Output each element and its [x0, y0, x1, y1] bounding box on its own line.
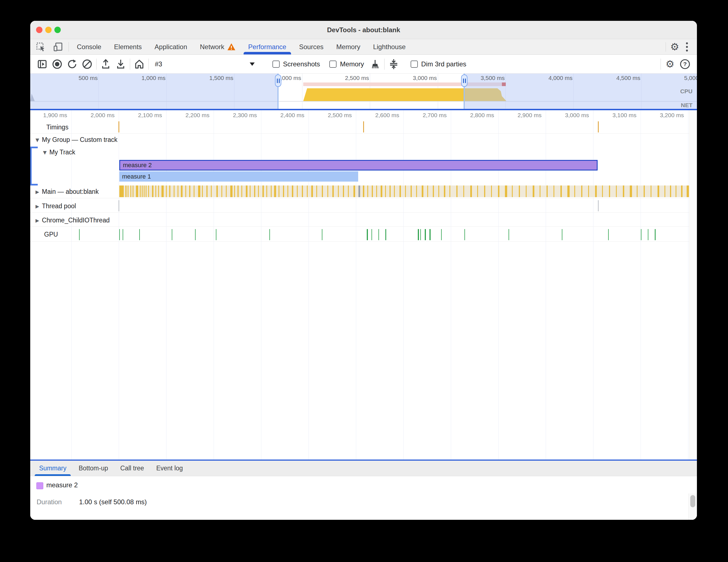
main-flame-bar	[381, 185, 382, 197]
track-timings[interactable]: Timings	[46, 123, 69, 131]
main-flame-bar	[174, 185, 175, 197]
track-main-header[interactable]: ▶ Main — about:blank	[36, 188, 99, 195]
ruler-grid-line	[119, 110, 119, 460]
load-profile-icon[interactable]	[100, 58, 112, 70]
save-profile-icon[interactable]	[115, 58, 127, 70]
checkbox-box	[329, 60, 337, 68]
gpu-activity-tick	[648, 229, 648, 240]
bottom-tab-summary[interactable]: Summary	[33, 461, 72, 476]
track-group-header[interactable]: ▼ My Group — Custom track	[36, 136, 117, 143]
gpu-activity-tick	[269, 229, 270, 240]
track-io-thread-header[interactable]: ▶ Chrome_ChildIOThread	[36, 216, 110, 224]
timing-marker-tick	[363, 121, 364, 132]
timeline-detail[interactable]: 1,900 ms2,000 ms2,100 ms2,200 ms2,300 ms…	[30, 110, 697, 460]
screenshots-checkbox[interactable]: Screenshots	[272, 60, 320, 68]
inspect-element-icon[interactable]	[35, 41, 47, 53]
tab-label: Memory	[336, 43, 360, 51]
dim-3rd-parties-checkbox[interactable]: Dim 3rd parties	[411, 60, 466, 68]
main-flame-bar	[456, 185, 457, 197]
ruler-grid-line	[71, 110, 72, 460]
capture-settings-gear-icon[interactable]: ⚙	[664, 58, 676, 70]
main-flame-bar	[623, 185, 624, 197]
main-flame-bar	[246, 185, 247, 197]
home-icon[interactable]	[133, 58, 145, 70]
bottom-tab-call-tree[interactable]: Call tree	[114, 461, 150, 476]
main-flame-bar	[125, 185, 127, 197]
device-toolbar-icon[interactable]	[52, 41, 64, 53]
main-flame-bar	[588, 185, 589, 197]
reload-and-record-icon[interactable]	[66, 58, 78, 70]
main-flame-bar	[221, 185, 222, 197]
toggle-sidebar-icon[interactable]	[36, 58, 48, 70]
main-flame-bar	[216, 185, 218, 197]
main-flame-bar	[405, 185, 406, 197]
main-flame-bar	[189, 185, 190, 197]
titlebar: DevTools - about:blank	[30, 21, 697, 39]
bottom-tab-bottom-up[interactable]: Bottom-up	[72, 461, 114, 476]
main-flame-bar	[140, 185, 141, 197]
measure-2-bar[interactable]: measure 2	[119, 160, 598, 170]
main-flame-bar	[327, 185, 328, 197]
main-flame-bar	[444, 185, 445, 197]
settings-gear-icon[interactable]: ⚙	[669, 41, 681, 53]
history-dropdown[interactable]: #3	[155, 60, 255, 68]
collapse-tracks-icon[interactable]	[388, 58, 400, 70]
main-flame-bar	[449, 185, 450, 197]
tab-network[interactable]: Network	[194, 39, 242, 54]
main-flame-bar-gray	[358, 185, 360, 197]
ruler-tick-label: 2,100 ms	[115, 112, 162, 119]
collect-garbage-icon[interactable]	[369, 58, 381, 70]
measure-1-bar[interactable]: measure 1	[119, 171, 358, 181]
summary-item-name: measure 2	[46, 481, 78, 489]
main-flame-bar	[262, 185, 264, 197]
bottom-tab-label: Call tree	[120, 465, 144, 472]
checkbox-box	[411, 60, 418, 68]
scrollbar-thumb[interactable]	[690, 495, 695, 507]
memory-checkbox[interactable]: Memory	[329, 60, 364, 68]
overview-tick-label: 3,000 ms	[370, 75, 437, 81]
main-thread-activity-strip[interactable]	[119, 185, 689, 197]
overview-tick-label: 5,000 ms	[642, 75, 697, 81]
tab-console[interactable]: Console	[70, 39, 108, 54]
svg-text:?: ?	[683, 61, 687, 67]
main-flame-bar	[670, 185, 671, 197]
timing-marker-tick	[598, 121, 599, 132]
main-flame-bar	[250, 185, 251, 197]
more-options-kebab-icon[interactable]	[681, 41, 693, 53]
timeline-overview[interactable]: 500 ms1,000 ms1,500 ms2,000 ms2,500 ms3,…	[30, 74, 697, 110]
ruler-tick-label: 2,000 ms	[67, 112, 115, 119]
main-flame-bar	[343, 185, 344, 197]
window-title: DevTools - about:blank	[30, 21, 697, 39]
detail-scrollbar-gutter[interactable]	[689, 110, 697, 460]
main-flame-bar	[427, 185, 428, 197]
main-flame-bar	[254, 185, 255, 197]
record-icon[interactable]	[51, 58, 63, 70]
track-gpu-header[interactable]: GPU	[44, 231, 58, 238]
main-flame-bar	[676, 185, 676, 197]
selection-right-handle[interactable]	[461, 74, 467, 87]
tab-lighthouse[interactable]: Lighthouse	[367, 39, 412, 54]
clear-icon[interactable]	[81, 58, 93, 70]
overview-tick-label: 1,500 ms	[167, 75, 233, 81]
selection-left-handle[interactable]	[275, 74, 281, 87]
main-flame-bar	[237, 185, 239, 197]
gpu-activity-tick	[385, 229, 386, 240]
main-flame-bar	[322, 185, 323, 197]
ruler-tick-label: 2,400 ms	[257, 112, 304, 119]
main-flame-bar	[390, 185, 391, 197]
tab-memory[interactable]: Memory	[330, 39, 367, 54]
main-flame-bar	[519, 185, 520, 197]
toolbar-divider	[384, 59, 385, 70]
help-icon[interactable]: ?	[679, 58, 691, 70]
main-flame-bar	[152, 185, 153, 197]
chevron-expanded-icon: ▼	[36, 137, 39, 143]
summary-scrollbar[interactable]	[688, 493, 697, 520]
bottom-tab-event-log[interactable]: Event log	[150, 461, 189, 476]
main-flame-bar	[547, 185, 548, 197]
track-my-track-header[interactable]: ▼ My Track	[43, 148, 75, 156]
tab-sources[interactable]: Sources	[293, 39, 330, 54]
tab-application[interactable]: Application	[148, 39, 193, 54]
tab-performance[interactable]: Performance	[242, 39, 293, 54]
track-thread-pool-header[interactable]: ▶ Thread pool	[36, 202, 76, 210]
tab-elements[interactable]: Elements	[108, 39, 148, 54]
